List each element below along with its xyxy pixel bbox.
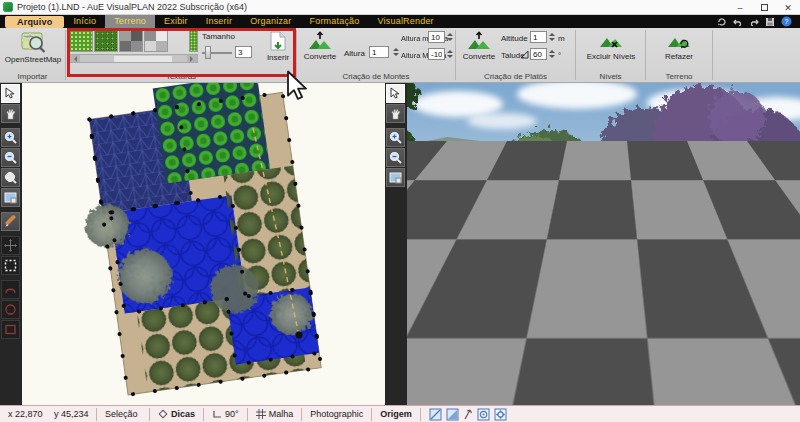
tab-terreno[interactable]: Terreno: [105, 15, 155, 28]
group-label-importar: Importar: [0, 72, 65, 81]
zoom-in-3d-button[interactable]: [386, 128, 405, 147]
layer-diagonal-filled-icon[interactable]: [446, 408, 459, 421]
hand-icon: [5, 108, 17, 120]
slope-icon: [520, 50, 529, 59]
cursor-x-readout: x 22,870: [0, 408, 46, 421]
excluir-niveis-button[interactable]: Excluir Níveis: [581, 31, 641, 61]
malha-toggle[interactable]: Malha: [248, 408, 302, 421]
marquee-select-button[interactable]: [1, 256, 20, 275]
window-title: Projeto (1).LND - AuE VisualPLAN 2022 Su…: [17, 2, 247, 12]
tab-inicio[interactable]: Início: [64, 15, 105, 28]
altitude-input[interactable]: [530, 31, 547, 43]
altura-minima-input[interactable]: [428, 48, 445, 60]
rectangle-tool-button[interactable]: [1, 320, 20, 339]
texture-thumb-pavers-dark[interactable]: [119, 30, 143, 52]
minimize-button[interactable]: –: [728, 0, 752, 15]
texture-scrollbar[interactable]: [69, 54, 198, 63]
app-logo-icon: [3, 2, 13, 12]
select-icon: [5, 87, 16, 100]
mountain-up-icon: [467, 31, 491, 51]
sync-icon[interactable]: [717, 17, 727, 27]
zoom-out-button[interactable]: [1, 148, 20, 167]
tab-organizar[interactable]: Organizar: [241, 15, 300, 28]
openstreetmap-button[interactable]: OpenStreetMap: [5, 30, 61, 64]
arc-tool-button[interactable]: [1, 280, 20, 299]
talude-spinner[interactable]: [548, 48, 556, 60]
origem-toggle[interactable]: Origem: [372, 408, 420, 421]
altura-maxima-input[interactable]: [428, 31, 445, 43]
magnifier-icon: [4, 171, 17, 184]
garden-plot[interactable]: [68, 83, 322, 397]
texture-scrollbar-thumb[interactable]: [114, 56, 172, 62]
circle-tool-button[interactable]: [1, 300, 20, 319]
view-capture-3d-button[interactable]: [386, 168, 405, 187]
move-tool-button[interactable]: [1, 236, 20, 255]
plan-view-2d[interactable]: [22, 83, 385, 405]
texture-thumb-grass-edge[interactable]: [189, 30, 198, 52]
redo-icon[interactable]: [749, 17, 759, 27]
save-icon[interactable]: [765, 17, 775, 27]
undo-icon[interactable]: [733, 17, 743, 27]
visualplan-window: Projeto (1).LND - AuE VisualPLAN 2022 Su…: [0, 0, 800, 422]
tab-visualrender[interactable]: VisualRender: [369, 15, 443, 28]
zoom-in-icon: [389, 131, 402, 144]
tamanho-slider-thumb[interactable]: [205, 46, 211, 59]
scroll-left-icon[interactable]: [70, 55, 80, 62]
altura-input[interactable]: [369, 46, 389, 58]
dicas-toggle[interactable]: Dicas: [150, 408, 203, 421]
maximize-button[interactable]: [752, 0, 776, 15]
magnifier-button[interactable]: [1, 168, 20, 187]
altura-label: Altura: [344, 49, 365, 58]
refazer-button[interactable]: Refazer: [654, 31, 704, 61]
tab-arquivo[interactable]: Arquivo: [5, 16, 64, 28]
tamanho-input[interactable]: [235, 46, 252, 58]
openstreetmap-icon: [20, 30, 46, 54]
scroll-right-icon[interactable]: [187, 55, 197, 62]
group-label-texturas: Texturas: [66, 72, 296, 81]
select-tool-button[interactable]: [1, 84, 20, 103]
maximize-icon: [761, 4, 768, 11]
guide-endpoint-dot[interactable]: [295, 331, 302, 338]
texture-thumb-pavers-light[interactable]: [144, 30, 168, 52]
toolbar-3d: [385, 83, 407, 405]
angle-toggle[interactable]: 90°: [204, 408, 247, 421]
select-3d-button[interactable]: [386, 84, 405, 103]
converte-platos-button[interactable]: Converte: [458, 31, 500, 61]
talude-input[interactable]: [530, 48, 547, 60]
ribbon-group-importar: OpenStreetMap Importar: [0, 28, 65, 82]
pan-tool-button[interactable]: [1, 104, 20, 123]
tab-exibir[interactable]: Exibir: [155, 15, 197, 28]
mode-indicator: Seleção: [97, 408, 149, 421]
gear-target-icon[interactable]: [494, 408, 507, 421]
zoom-out-3d-button[interactable]: [386, 148, 405, 167]
layer-diagonal-icon[interactable]: [429, 408, 442, 421]
texture-thumb-grass-dense[interactable]: [94, 30, 118, 52]
ribbon-group-platos: Converte Altitude m Talude ° Criação de …: [456, 28, 575, 82]
zoom-out-icon: [4, 151, 17, 164]
view-capture-button[interactable]: [1, 188, 20, 207]
tab-inserir[interactable]: Inserir: [197, 15, 241, 28]
pointer-snap-icon[interactable]: [463, 408, 473, 420]
zoom-in-button[interactable]: [1, 128, 20, 147]
render-mode-selector[interactable]: Photographic: [302, 408, 371, 421]
ribbon-group-niveis: Excluir Níveis Níveis: [576, 28, 645, 82]
close-button[interactable]: ✕: [776, 0, 800, 15]
help-icon[interactable]: ?: [781, 16, 792, 27]
title-bar: Projeto (1).LND - AuE VisualPLAN 2022 Su…: [0, 0, 800, 15]
altura-maxima-spinner[interactable]: [446, 31, 454, 43]
inserir-button[interactable]: Inserir: [263, 31, 293, 62]
tab-formatacao[interactable]: Formatação: [301, 15, 369, 28]
inserir-label: Inserir: [267, 53, 289, 62]
altura-minima-spinner[interactable]: [446, 48, 454, 60]
altura-spinner[interactable]: [392, 46, 400, 58]
converte-montes-button[interactable]: Converte: [299, 31, 341, 61]
altitude-label: Altitude: [501, 34, 528, 43]
altitude-spinner[interactable]: [548, 31, 556, 43]
draw-tool-button[interactable]: [1, 212, 20, 231]
texture-thumb-grass-bright[interactable]: [69, 30, 93, 52]
render-view-3d[interactable]: [407, 83, 800, 405]
target-icon[interactable]: [477, 408, 490, 421]
status-bar: x 22,870 y 45,234 Seleção Dicas 90° Malh…: [0, 405, 800, 422]
pan-3d-button[interactable]: [386, 104, 405, 123]
toolbar-2d: [0, 83, 22, 405]
